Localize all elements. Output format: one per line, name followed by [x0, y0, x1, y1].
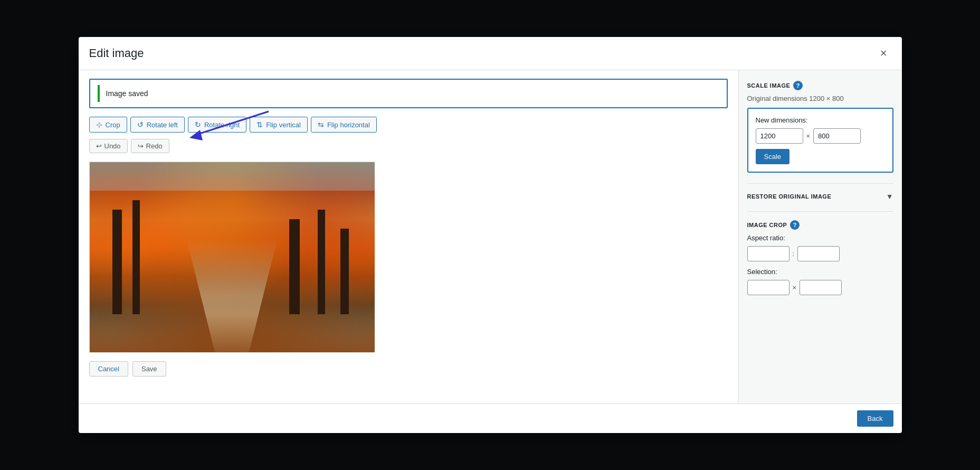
scale-button[interactable]: Scale: [756, 149, 790, 164]
selection-x-separator: ×: [793, 284, 797, 292]
rotate-left-label: Rotate left: [147, 121, 178, 129]
undo-label: Undo: [104, 142, 121, 150]
crop-button[interactable]: ⊹ Crop: [89, 117, 127, 133]
selection-label: Selection:: [747, 268, 893, 276]
image-preview: [89, 162, 374, 353]
modal-header: Edit image ×: [79, 37, 902, 70]
undo-redo-bar: ↩ Undo ↪ Redo: [89, 139, 728, 153]
notice-text: Image saved: [106, 89, 148, 98]
notice-bar: Image saved: [89, 79, 728, 108]
modal-close-button[interactable]: ×: [876, 45, 891, 61]
rotate-left-icon: ↺: [137, 120, 144, 129]
undo-button[interactable]: ↩ Undo: [89, 139, 128, 153]
leaves-ground: [90, 314, 375, 352]
scale-image-section: SCALE IMAGE ? Original dimensions 1200 ×…: [747, 81, 893, 173]
image-crop-section: IMAGE CROP ? Aspect ratio: : Selection: …: [747, 211, 893, 302]
flip-horizontal-button[interactable]: ⇆ Flip horizontal: [311, 117, 377, 133]
crop-label: Crop: [106, 121, 120, 129]
rotate-right-icon: ↻: [195, 120, 201, 129]
original-dimensions: Original dimensions 1200 × 800: [747, 95, 893, 102]
undo-icon: ↩: [96, 142, 102, 150]
aspect-ratio-height-input[interactable]: [797, 246, 840, 261]
cancel-button[interactable]: Cancel: [89, 361, 128, 377]
rotate-right-label: Rotate right: [204, 121, 240, 129]
editor-area: Image saved ⊹ Crop ↺ Rotate left: [79, 70, 738, 403]
toolbar: ⊹ Crop ↺ Rotate left ↻ Rotate right ⇅ Fl…: [89, 117, 728, 133]
sky-area: [90, 162, 375, 191]
tree-trunk-5: [340, 229, 349, 314]
flip-horizontal-label: Flip horizontal: [327, 121, 370, 129]
save-button[interactable]: Save: [132, 361, 166, 377]
aspect-ratio-width-input[interactable]: [747, 246, 789, 261]
redo-label: Redo: [146, 142, 163, 150]
width-input[interactable]: [756, 128, 803, 144]
image-crop-title: IMAGE CROP ?: [747, 220, 893, 230]
flip-vertical-button[interactable]: ⇅ Flip vertical: [250, 117, 308, 133]
selection-height-input[interactable]: [800, 280, 842, 295]
height-input[interactable]: [813, 128, 861, 144]
notice-indicator: [98, 85, 100, 102]
restore-title: RESTORE ORIGINAL IMAGE: [747, 193, 832, 200]
image-canvas: [90, 162, 375, 352]
aspect-ratio-inputs: :: [747, 246, 893, 261]
dims-x-separator: ×: [806, 132, 811, 140]
tree-trunk-3: [289, 219, 300, 314]
flip-horizontal-icon: ⇆: [318, 120, 324, 129]
flip-vertical-label: Flip vertical: [266, 121, 301, 129]
right-sidebar: SCALE IMAGE ? Original dimensions 1200 ×…: [738, 70, 902, 403]
new-dims-label: New dimensions:: [756, 116, 885, 124]
flip-vertical-icon: ⇅: [256, 120, 263, 129]
dims-inputs: ×: [756, 128, 885, 144]
redo-icon: ↪: [138, 142, 144, 150]
crop-icon: ⊹: [96, 120, 102, 129]
restore-header[interactable]: RESTORE ORIGINAL IMAGE ▼: [747, 192, 893, 201]
scale-help-icon[interactable]: ?: [793, 81, 803, 90]
selection-width-input[interactable]: [747, 280, 789, 295]
scale-box: New dimensions: × Scale: [747, 108, 893, 173]
modal-overlay: Edit image × Image saved: [0, 0, 980, 470]
redo-button[interactable]: ↪ Redo: [131, 139, 169, 153]
chevron-down-icon: ▼: [886, 192, 893, 201]
selection-inputs: ×: [747, 280, 893, 295]
scale-image-title: SCALE IMAGE ?: [747, 81, 893, 90]
back-button[interactable]: Back: [857, 410, 893, 427]
modal-body: Image saved ⊹ Crop ↺ Rotate left: [79, 70, 902, 403]
rotate-left-button[interactable]: ↺ Rotate left: [130, 117, 185, 133]
ratio-colon: :: [793, 250, 795, 258]
edit-image-modal: Edit image × Image saved: [79, 37, 902, 433]
footer-buttons: Cancel Save: [89, 353, 728, 377]
crop-help-icon[interactable]: ?: [790, 220, 800, 230]
modal-title: Edit image: [89, 46, 144, 60]
aspect-ratio-label: Aspect ratio:: [747, 234, 893, 242]
back-btn-container: Back: [79, 403, 902, 433]
restore-section: RESTORE ORIGINAL IMAGE ▼: [747, 183, 893, 201]
tree-trunk-4: [318, 210, 325, 314]
tree-trunk-1: [112, 210, 122, 314]
tree-trunk-2: [132, 200, 140, 314]
rotate-right-button[interactable]: ↻ Rotate right: [188, 117, 246, 133]
